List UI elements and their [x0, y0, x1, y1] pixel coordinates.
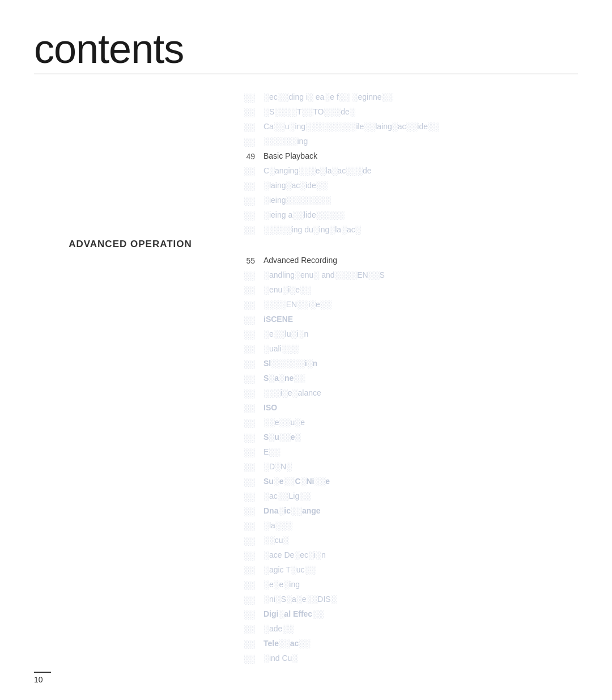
toc-title: iSCENE — [264, 313, 578, 325]
toc-entry: ░░░ind Cu░ — [238, 652, 578, 665]
toc-title: ░░e░░u░e — [264, 417, 578, 429]
title-divider — [34, 74, 578, 74]
toc-title: ░ni░S░a░e░░DIS░ — [264, 593, 578, 605]
toc-title: ░S░░░░T░░TO░░░de░ — [264, 106, 578, 118]
toc-entry: 55Advanced Recording — [238, 254, 578, 267]
toc-number: ░░ — [238, 209, 264, 222]
toc-title: S░u░░e░ — [264, 431, 578, 443]
toc-number: ░░ — [238, 608, 264, 621]
toc-title: Advanced Recording — [264, 254, 578, 266]
toc-entry: ░░S░u░░e░ — [238, 431, 578, 444]
toc-number: ░░ — [238, 387, 264, 400]
toc-number: ░░ — [238, 180, 264, 192]
advanced-operation-label: ADVANCED OPERATION — [34, 239, 227, 250]
toc-number: ░░ — [238, 372, 264, 385]
pre-section-entries: ░░░ec░░ding i░ ea░e f░░ ░eginne░░░░░S░░░… — [238, 91, 578, 236]
toc-entry: ░░░░░░░░ing — [238, 135, 578, 148]
toc-number: ░░ — [238, 520, 264, 532]
toc-title: ░░░░EN░░i░e░░ — [264, 299, 578, 311]
toc-entry: ░░ISO — [238, 402, 578, 414]
toc-title: ░ac░░Lig░░ — [264, 490, 578, 502]
toc-number: ░░ — [238, 328, 264, 341]
toc-number: ░░ — [238, 91, 264, 104]
toc-title: Sl░░░░░░i░n — [264, 358, 578, 370]
toc-entry: ░░░D░N░ — [238, 461, 578, 473]
toc-number: ░░ — [238, 549, 264, 562]
toc-title: ISO — [264, 402, 578, 414]
toc-entry: ░░░e░░lu░i░n — [238, 328, 578, 341]
page-container: contents ADVANCED OPERATION ░░░ec░░ding … — [0, 0, 612, 700]
toc-entry: ░░░S░░░░T░░TO░░░de░ — [238, 106, 578, 118]
toc-number: ░░ — [238, 431, 264, 444]
toc-entry: ░░░░░░EN░░i░e░░ — [238, 299, 578, 311]
toc-title: ░ieing a░░lide░░░░░ — [264, 209, 578, 221]
left-section: ADVANCED OPERATION — [34, 91, 227, 667]
toc-number: ░░ — [238, 505, 264, 517]
toc-title: Ca░░u░ing░░░░░░░░░ile░░laing░ac░░ide░░ — [264, 121, 578, 133]
toc-number: ░░ — [238, 490, 264, 503]
toc-title: Digi░al Effec░░ — [264, 608, 578, 620]
toc-number: ░░ — [238, 476, 264, 488]
toc-entry: ░░░ace De░ec░i░n — [238, 549, 578, 562]
toc-number: ░░ — [238, 446, 264, 459]
toc-title: ░agic T░uc░░ — [264, 564, 578, 576]
toc-number: 55 — [238, 254, 264, 267]
section-gap — [238, 239, 578, 254]
toc-title: ░░░░░░ing — [264, 135, 578, 147]
toc-entry: ░░Dna░ic░░ange — [238, 505, 578, 517]
toc-entry: ░░░e░e░ing — [238, 579, 578, 591]
toc-entry: ░░░la░░░ — [238, 520, 578, 532]
toc-number: ░░ — [238, 135, 264, 148]
toc-title: ░enu░i░e░░ — [264, 284, 578, 296]
toc-entry: ░░░ni░S░a░e░░DIS░ — [238, 593, 578, 606]
toc-number: ░░ — [238, 121, 264, 133]
toc-number: 49 — [238, 150, 264, 163]
toc-title: ░la░░░ — [264, 520, 578, 532]
toc-title: ░andling░enu░ and░░░░EN░░S — [264, 269, 578, 281]
toc-entry: ░░C░anging░░░e░la░ac░░░de — [238, 165, 578, 177]
toc-title: Dna░ic░░ange — [264, 505, 578, 517]
toc-entry: ░░Tele░░ac░░ — [238, 638, 578, 650]
toc-number: ░░ — [238, 106, 264, 118]
toc-number: ░░ — [238, 579, 264, 591]
toc-entry: ░░░ac░░Lig░░ — [238, 490, 578, 503]
toc-entry: ░░░enu░i░e░░ — [238, 284, 578, 296]
toc-title: ░ieing░░░░░░░░ — [264, 194, 578, 206]
toc-title: Basic Playback — [264, 150, 578, 162]
toc-title: S░a░ne░░ — [264, 372, 578, 384]
toc-entry: ░░░agic T░uc░░ — [238, 564, 578, 576]
toc-number: ░░ — [238, 564, 264, 576]
toc-entry: ░░E░░ — [238, 446, 578, 459]
toc-number: ░░ — [238, 417, 264, 429]
right-section: ░░░ec░░ding i░ ea░e f░░ ░eginne░░░░░S░░░… — [227, 91, 578, 667]
toc-title: E░░ — [264, 446, 578, 458]
toc-number: ░░ — [238, 638, 264, 650]
page-number: 10 — [34, 675, 43, 684]
toc-entry: ░░Su░e░░C░Ni░░e — [238, 476, 578, 488]
toc-entry: ░░S░a░ne░░ — [238, 372, 578, 385]
toc-entry: ░░░░░i░e░alance — [238, 387, 578, 400]
toc-number: ░░ — [238, 194, 264, 207]
toc-number: ░░ — [238, 284, 264, 296]
toc-number: ░░ — [238, 299, 264, 311]
toc-title: ░uali░░░ — [264, 343, 578, 355]
bottom-line — [34, 672, 51, 673]
toc-entry: ░░░░e░░u░e — [238, 417, 578, 429]
toc-entry: ░░Digi░al Effec░░ — [238, 608, 578, 621]
toc-title: ░░cu░ — [264, 534, 578, 546]
toc-number: ░░ — [238, 343, 264, 355]
toc-title: ░e░e░ing — [264, 579, 578, 591]
toc-number: ░░ — [238, 534, 264, 547]
toc-title: ░D░N░ — [264, 461, 578, 473]
toc-number: ░░ — [238, 269, 264, 282]
toc-number: ░░ — [238, 402, 264, 414]
toc-entry: ░░Sl░░░░░░i░n — [238, 358, 578, 370]
toc-entry: 49Basic Playback — [238, 150, 578, 163]
toc-entry: ░░░ieing░░░░░░░░ — [238, 194, 578, 207]
toc-number: ░░ — [238, 224, 264, 236]
toc-number: ░░ — [238, 652, 264, 665]
toc-number: ░░ — [238, 358, 264, 370]
toc-entry: ░░Ca░░u░ing░░░░░░░░░ile░░laing░ac░░ide░░ — [238, 121, 578, 133]
toc-entry: ░░░ieing a░░lide░░░░░ — [238, 209, 578, 222]
toc-entry: ░░░░░░░ing du░ing░la░ac░ — [238, 224, 578, 236]
